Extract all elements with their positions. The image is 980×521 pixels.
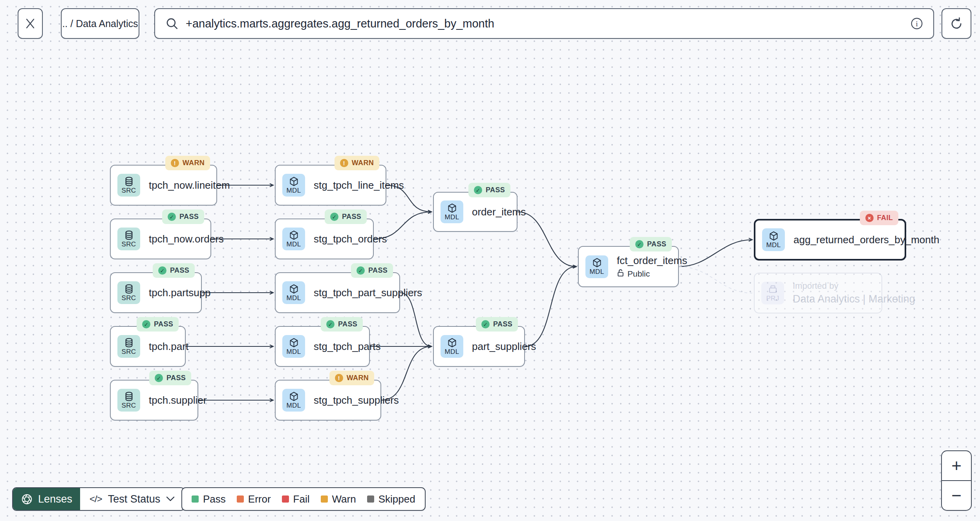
node-kind-label: MDL bbox=[287, 348, 301, 356]
node-stg_tpch_orders[interactable]: MDLstg_tpch_orders✓PASS bbox=[275, 219, 374, 259]
zoom-controls: + − bbox=[941, 450, 972, 511]
node-label: order_items bbox=[472, 206, 517, 218]
node-body: tpch_now.lineitem bbox=[149, 179, 216, 191]
node-stg_tpch_part_suppliers[interactable]: MDLstg_tpch_part_suppliers✓PASS bbox=[275, 272, 400, 313]
unlock-icon bbox=[617, 269, 624, 279]
node-kind-label: SRC bbox=[122, 294, 136, 302]
node-body: tpch.partsupp bbox=[149, 287, 201, 299]
node-body: stg_tpch_part_suppliers bbox=[314, 287, 399, 299]
legend-label: Pass bbox=[203, 493, 226, 505]
node-body: tpch_now.orders bbox=[149, 233, 210, 245]
legend-item-error: Error bbox=[237, 493, 271, 505]
search-bar[interactable]: i bbox=[154, 8, 934, 39]
database-icon: SRC bbox=[117, 174, 140, 197]
legend-item-skipped: Skipped bbox=[367, 493, 415, 505]
node-kind-label: MDL bbox=[445, 213, 459, 221]
node-label: stg_tpch_part_suppliers bbox=[314, 287, 399, 299]
node-access: Public bbox=[617, 269, 678, 279]
status-badge: ✓PASS bbox=[630, 237, 672, 251]
cube-icon: MDL bbox=[585, 255, 608, 278]
node-label: stg_tpch_suppliers bbox=[314, 394, 380, 406]
status-dot-icon: ✓ bbox=[481, 320, 490, 328]
node-kind-label: SRC bbox=[122, 402, 136, 410]
close-button[interactable] bbox=[18, 8, 43, 39]
node-fct_order_items[interactable]: MDLfct_order_itemsPublic✓PASS bbox=[578, 246, 679, 287]
node-body: stg_tpch_parts bbox=[314, 341, 369, 353]
aperture-icon bbox=[21, 493, 33, 505]
status-badge: ✓PASS bbox=[153, 263, 195, 278]
node-tpch_supplier[interactable]: SRCtpch.supplier✓PASS bbox=[110, 380, 198, 421]
zoom-in-button[interactable]: + bbox=[942, 451, 971, 480]
refresh-button[interactable] bbox=[942, 8, 971, 39]
close-icon bbox=[25, 18, 35, 29]
breadcrumb[interactable]: .. / Data Analytics bbox=[61, 8, 139, 39]
breadcrumb-label: .. / Data Analytics bbox=[62, 18, 138, 29]
lens-selector[interactable]: </> Test Status bbox=[80, 488, 184, 510]
node-body: stg_tpch_orders bbox=[314, 233, 373, 245]
node-body: tpch.part bbox=[149, 341, 185, 353]
node-body: stg_tpch_line_items bbox=[314, 179, 386, 191]
node-label: fct_order_items bbox=[617, 255, 678, 267]
status-dot-icon: ✓ bbox=[155, 374, 163, 382]
node-kind-label: PRJ bbox=[766, 295, 779, 302]
database-icon: SRC bbox=[117, 335, 140, 358]
node-label: Data Analytics | Marketing bbox=[793, 293, 881, 305]
node-body: stg_tpch_suppliers bbox=[314, 394, 380, 406]
node-tpch_part[interactable]: SRCtpch.part✓PASS bbox=[110, 326, 186, 367]
database-icon: SRC bbox=[117, 228, 140, 250]
status-badge: ✓PASS bbox=[476, 317, 518, 332]
node-stg_tpch_line_items[interactable]: MDLstg_tpch_line_items!WARN bbox=[275, 165, 386, 206]
node-kind-label: MDL bbox=[590, 268, 604, 276]
node-stg_tpch_suppliers[interactable]: MDLstg_tpch_suppliers!WARN bbox=[275, 380, 381, 421]
node-label: tpch_now.lineitem bbox=[149, 179, 216, 191]
legend-label: Skipped bbox=[378, 493, 415, 505]
node-tpch_now_orders[interactable]: SRCtpch_now.orders✓PASS bbox=[110, 219, 211, 259]
node-tpch_now_lineitem[interactable]: SRCtpch_now.lineitem!WARN bbox=[110, 165, 217, 206]
status-dot-icon: ! bbox=[335, 374, 343, 382]
node-label: tpch.part bbox=[149, 341, 185, 353]
node-label: tpch_now.orders bbox=[149, 233, 210, 245]
legend-swatch bbox=[237, 495, 244, 503]
status-dot-icon: ✓ bbox=[168, 213, 176, 221]
zoom-out-button[interactable]: − bbox=[942, 481, 971, 510]
node-kind-label: MDL bbox=[445, 348, 459, 356]
legend-swatch bbox=[367, 495, 374, 503]
status-legend: PassErrorFailWarnSkipped bbox=[181, 487, 426, 511]
cube-icon: MDL bbox=[762, 228, 785, 251]
node-part_suppliers[interactable]: MDLpart_suppliers✓PASS bbox=[433, 326, 525, 367]
database-icon: SRC bbox=[117, 389, 140, 412]
node-order_items[interactable]: MDLorder_items✓PASS bbox=[433, 192, 517, 232]
cube-icon: MDL bbox=[282, 335, 305, 358]
node-stg_tpch_parts[interactable]: MDLstg_tpch_parts✓PASS bbox=[275, 326, 370, 367]
legend-label: Error bbox=[248, 493, 271, 505]
lenses-button[interactable]: Lenses bbox=[13, 488, 80, 510]
status-badge: !WARN bbox=[329, 371, 374, 385]
legend-swatch bbox=[282, 495, 289, 503]
refresh-icon bbox=[949, 16, 964, 31]
status-badge: ✓PASS bbox=[137, 317, 179, 332]
node-kind-label: SRC bbox=[122, 348, 136, 356]
node-label: stg_tpch_orders bbox=[314, 233, 373, 245]
node-kind-label: MDL bbox=[766, 241, 781, 249]
lens-selected-label: Test Status bbox=[108, 493, 161, 505]
status-badge: ✓PASS bbox=[149, 371, 191, 385]
node-kind-label: MDL bbox=[287, 402, 301, 410]
node-tpch_partsupp[interactable]: SRCtpch.partsupp✓PASS bbox=[110, 272, 202, 313]
svg-text:i: i bbox=[916, 20, 918, 28]
node-label: part_suppliers bbox=[472, 341, 524, 353]
status-dot-icon: ✓ bbox=[330, 213, 338, 221]
node-agg_returned_orders_by_month[interactable]: MDLagg_returned_orders_by_month×FAIL bbox=[754, 219, 906, 260]
lens-control-group: Lenses </> Test Status bbox=[12, 487, 185, 511]
search-input[interactable] bbox=[186, 17, 903, 30]
status-dot-icon: ✓ bbox=[474, 186, 482, 194]
lenses-label: Lenses bbox=[38, 493, 72, 505]
cube-icon: MDL bbox=[282, 389, 305, 412]
node-body: fct_order_itemsPublic bbox=[617, 255, 678, 279]
status-dot-icon: ✓ bbox=[326, 320, 335, 328]
status-dot-icon: ✓ bbox=[158, 266, 166, 275]
info-icon[interactable]: i bbox=[911, 17, 923, 30]
legend-item-fail: Fail bbox=[282, 493, 310, 505]
node-kind-label: MDL bbox=[287, 240, 301, 248]
status-badge: ✓PASS bbox=[162, 209, 204, 224]
node-kind-label: MDL bbox=[287, 294, 301, 302]
